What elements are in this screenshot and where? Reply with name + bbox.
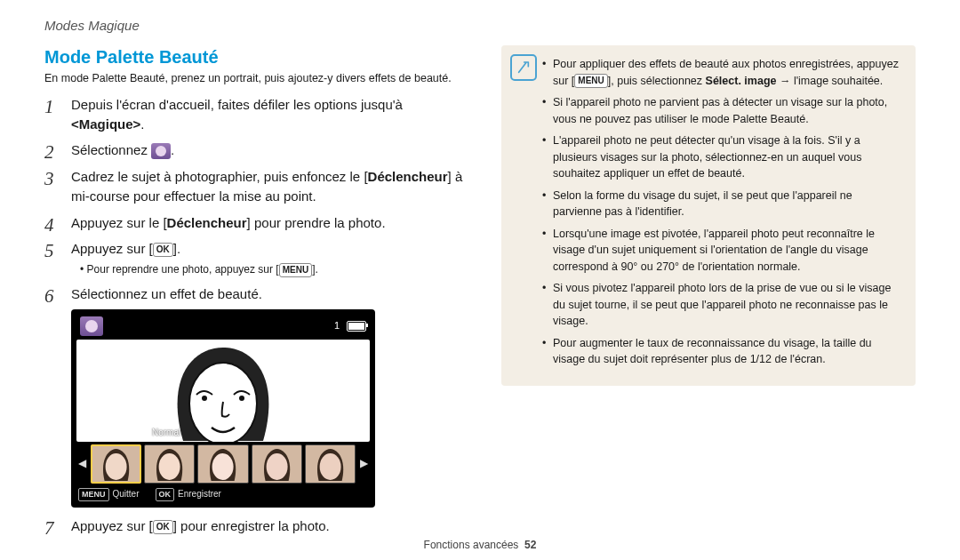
effect-thumbnail	[252, 444, 302, 484]
note-item: Selon la forme du visage du sujet, il se…	[542, 188, 901, 220]
step-number: 1	[44, 93, 54, 120]
step-text-tail: ] pour prendre la photo.	[247, 215, 386, 230]
camera-preview-area: Normal	[76, 340, 370, 442]
effect-thumbnail	[91, 444, 141, 484]
menu-action: MENUQuitter	[78, 488, 140, 501]
step-text: Cadrez le sujet à photographier, puis en…	[71, 169, 368, 184]
footer-section-label: Fonctions avancées	[424, 539, 519, 551]
svg-point-1	[202, 396, 207, 401]
manual-page: Modes Magique Mode Palette Beauté En mod…	[0, 0, 960, 560]
chevron-left-icon: ◀	[76, 456, 88, 471]
step-subnote: Pour reprendre une photo, appuyez sur [M…	[71, 262, 471, 277]
step-number: 7	[44, 515, 54, 541]
menu-icon: MENU	[279, 263, 312, 277]
svg-point-8	[212, 453, 234, 480]
effect-thumbnail	[144, 444, 195, 484]
note-bold: Sélect. image	[706, 75, 777, 87]
step-number: 3	[44, 165, 54, 192]
note-icon	[510, 54, 537, 81]
shot-counter: 1	[334, 319, 340, 333]
step-text: Sélectionnez	[71, 142, 151, 157]
step-5: 5 Appuyez sur [OK]. Pour reprendre une p…	[44, 239, 471, 277]
step-text-tail: ].	[173, 241, 180, 256]
note-item: Lorsqu'une image est pivotée, l'appareil…	[542, 226, 901, 276]
note-list: Pour appliquer des effets de beauté aux …	[542, 56, 901, 368]
effect-thumbnail-strip: ◀	[76, 444, 370, 484]
svg-point-12	[319, 453, 340, 480]
battery-icon	[347, 321, 366, 332]
step-1: 1 Depuis l'écran d'accueil, faites défil…	[44, 95, 471, 134]
svg-point-10	[266, 453, 287, 480]
ok-icon: OK	[153, 520, 173, 534]
step-text: Appuyez sur [	[71, 241, 153, 256]
left-column: Mode Palette Beauté En mode Palette Beau…	[44, 45, 471, 543]
menu-action-label: Quitter	[113, 489, 140, 499]
step-bold: <Magique>	[71, 116, 140, 132]
step-bold: Déclencheur	[368, 169, 448, 184]
step-number: 4	[44, 212, 54, 238]
step-text: Depuis l'écran d'accueil, faites défiler…	[71, 97, 403, 112]
ok-icon: OK	[156, 488, 175, 501]
step-4: 4 Appuyez sur le [Déclencheur] pour pren…	[44, 213, 471, 233]
step-number: 2	[44, 139, 54, 165]
ok-action-label: Enregistrer	[178, 489, 221, 499]
svg-point-4	[106, 453, 127, 480]
page-header: Modes Magique	[44, 18, 916, 33]
step-text: Sélectionnez un effet de beauté.	[71, 286, 262, 301]
effect-thumbnail	[197, 444, 248, 484]
page-footer: Fonctions avancées 52	[0, 539, 960, 551]
section-title: Mode Palette Beauté	[44, 47, 471, 68]
note-item: Pour augmenter le taux de reconnaissance…	[542, 335, 901, 368]
note-item: Pour appliquer des effets de beauté aux …	[542, 56, 901, 89]
step-bold: Déclencheur	[167, 215, 247, 230]
right-column: Pour appliquer des effets de beauté aux …	[501, 45, 916, 543]
ok-icon: OK	[153, 243, 173, 257]
note-text: → l'image souhaitée.	[776, 75, 883, 87]
svg-point-2	[239, 396, 244, 401]
step-6: 6 Sélectionnez un effet de beauté. 1	[44, 284, 471, 508]
camera-bottom-bar: MENUQuitter OKEnregistrer	[76, 484, 370, 502]
page-number: 52	[524, 539, 536, 551]
beauty-palette-icon	[151, 143, 171, 159]
step-text-tail: ] pour enregistrer la photo.	[173, 518, 330, 533]
beauty-palette-icon	[80, 316, 103, 336]
note-item: Si l'appareil photo ne parvient pas à dé…	[542, 94, 901, 127]
chevron-right-icon: ▶	[358, 456, 370, 471]
step-text: Appuyez sur [	[71, 518, 153, 533]
step-list: 1 Depuis l'écran d'accueil, faites défil…	[44, 95, 471, 536]
subnote-text: Pour reprendre une photo, appuyez sur [	[87, 263, 279, 276]
note-item: L'appareil photo ne peut détecter qu'un …	[542, 132, 901, 182]
note-item: Si vous pivotez l'appareil photo lors de…	[542, 280, 901, 330]
ok-action: OKEnregistrer	[156, 488, 221, 501]
step-7: 7 Appuyez sur [OK] pour enregistrer la p…	[44, 516, 471, 536]
effect-thumbnail	[305, 444, 356, 484]
info-note-box: Pour appliquer des effets de beauté aux …	[501, 45, 916, 386]
menu-icon: MENU	[78, 488, 109, 501]
effect-name-label: Normal	[152, 427, 180, 440]
subnote-tail: ].	[312, 263, 318, 276]
step-2: 2 Sélectionnez .	[44, 140, 471, 160]
menu-icon: MENU	[574, 74, 607, 88]
svg-point-6	[159, 453, 180, 480]
camera-indicators: 1	[334, 316, 366, 336]
step-number: 5	[44, 237, 54, 264]
camera-top-bar: 1	[76, 315, 370, 340]
two-column-layout: Mode Palette Beauté En mode Palette Beau…	[44, 45, 916, 543]
camera-screen-mockup: 1	[71, 309, 375, 508]
step-text: Appuyez sur le [	[71, 215, 167, 230]
step-number: 6	[44, 283, 54, 309]
step-3: 3 Cadrez le sujet à photographier, puis …	[44, 167, 471, 206]
section-intro: En mode Palette Beauté, prenez un portra…	[44, 71, 471, 86]
step-text-tail: .	[171, 142, 174, 157]
step-text-tail: .	[140, 116, 144, 132]
note-text: ], puis sélectionnez	[608, 75, 706, 87]
